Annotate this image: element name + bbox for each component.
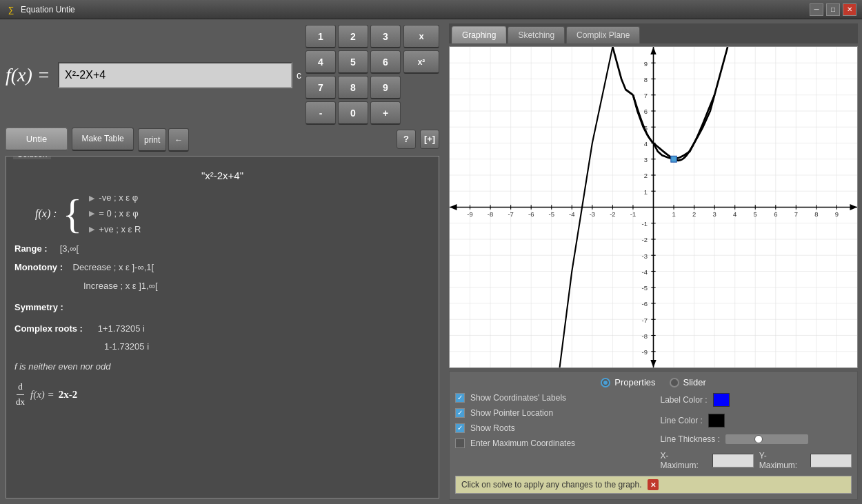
num-2-button[interactable]: 2 xyxy=(338,25,368,48)
num-4-button[interactable]: 4 xyxy=(305,50,336,74)
decrease-text: Decrease ; x ε ]-∞,1[ xyxy=(73,262,154,272)
svg-text:1: 1 xyxy=(672,210,675,218)
titlebar-title: Equation Untie xyxy=(21,5,810,14)
svg-rect-116 xyxy=(671,156,676,162)
svg-text:2: 2 xyxy=(692,210,696,218)
num-3-button[interactable]: 3 xyxy=(370,25,401,48)
complex-roots-label: Complex roots : xyxy=(14,323,83,334)
deriv-d: d xyxy=(17,380,24,395)
range-value: [3,∞[ xyxy=(60,243,79,254)
solution-box: Solution "x²-2x+4" f(x) : { ▶ -ve ; x ε … xyxy=(6,156,439,498)
props-left-col: Show Coordinates' Labels Show Pointer Lo… xyxy=(455,393,647,470)
complex-roots-line: Complex roots : 1+1.73205 i xyxy=(14,322,430,336)
tab-sketching[interactable]: Sketching xyxy=(508,26,565,43)
svg-text:-5: -5 xyxy=(549,210,554,218)
svg-text:8: 8 xyxy=(644,76,648,83)
svg-text:-6: -6 xyxy=(528,210,534,218)
maximize-button[interactable]: □ xyxy=(826,3,840,16)
properties-tab[interactable]: Properties xyxy=(601,377,655,387)
svg-text:-6: -6 xyxy=(642,300,648,308)
x-max-input[interactable] xyxy=(712,454,754,467)
y-max-label: Y-Maximum: xyxy=(759,451,805,470)
backspace-button[interactable]: ← xyxy=(168,128,189,152)
svg-text:-1: -1 xyxy=(642,220,648,228)
num-8-button[interactable]: 8 xyxy=(338,76,368,99)
svg-text:-9: -9 xyxy=(642,348,648,356)
num-9-button[interactable]: 9 xyxy=(370,76,401,99)
enter-max-coords-label: Enter Maximum Coordinates xyxy=(470,439,575,448)
slider-radio[interactable] xyxy=(670,378,679,387)
symmetry-line: Symmetry : xyxy=(14,301,430,315)
deriv-fx-label: f(x) = xyxy=(30,386,54,403)
svg-text:-4: -4 xyxy=(642,268,648,276)
minimize-button[interactable]: ─ xyxy=(810,3,823,16)
main-container: f(x) = c 1 2 3 4 5 6 7 8 9 - 0 + xyxy=(0,19,862,504)
x-squared-button[interactable]: x² xyxy=(403,50,439,74)
pos-row: ▶ +ve ; x ε R xyxy=(89,223,141,237)
monotony-label: Monotony : xyxy=(14,262,63,272)
c-label: c xyxy=(297,70,301,81)
untie-button[interactable]: Untie xyxy=(6,128,68,151)
num-1-button[interactable]: 1 xyxy=(305,25,336,48)
line-thickness-label: Line Thickness : xyxy=(661,434,721,444)
help-button[interactable]: ? xyxy=(397,130,416,149)
enter-max-coords-checkbox[interactable] xyxy=(455,439,465,448)
graph-container[interactable]: -9 -8 -7 -6 -5 -4 -3 -2 -1 1 2 3 4 5 6 7 xyxy=(449,46,858,368)
make-table-button[interactable]: Make Table xyxy=(72,128,134,151)
line-thickness-slider[interactable] xyxy=(725,434,808,444)
num-0-button[interactable]: 0 xyxy=(338,101,368,125)
svg-text:3: 3 xyxy=(644,156,648,163)
y-max-input[interactable] xyxy=(810,454,852,467)
deriv-result: 2x-2 xyxy=(59,386,78,403)
symmetry-label: Symmetry : xyxy=(14,302,63,312)
arrow-pos: ▶ xyxy=(89,223,94,236)
expand-button[interactable]: [+] xyxy=(420,130,439,149)
graph-svg: -9 -8 -7 -6 -5 -4 -3 -2 -1 1 2 3 4 5 6 7 xyxy=(450,47,857,367)
neg-ve-text: -ve ; x ε φ xyxy=(99,191,138,205)
line-color-swatch[interactable] xyxy=(708,414,725,427)
line-color-row: Line Color : xyxy=(661,414,852,427)
tab-complix-plane[interactable]: Complix Plane xyxy=(566,26,640,43)
max-coords-row: X-Maximum: Y-Maximum: xyxy=(661,451,852,470)
increase-text: Increase ; x ε ]1,∞[ xyxy=(83,281,158,291)
function-input[interactable] xyxy=(58,62,292,88)
deriv-fraction: d dx xyxy=(14,380,26,410)
props-right-col: Label Color : Line Color : Line Thicknes… xyxy=(661,393,852,470)
num-6-button[interactable]: 6 xyxy=(370,50,401,74)
show-pointer-row: Show Pointer Location xyxy=(455,408,647,418)
print-button[interactable]: print xyxy=(138,128,166,152)
svg-text:-1: -1 xyxy=(630,210,636,218)
root2-line: 1-1.73205 i xyxy=(104,340,430,354)
show-roots-checkbox[interactable] xyxy=(455,423,465,433)
show-pointer-checkbox[interactable] xyxy=(455,408,465,418)
plus-button[interactable]: + xyxy=(370,101,401,125)
num-5-button[interactable]: 5 xyxy=(338,50,368,74)
properties-radio[interactable] xyxy=(601,378,610,387)
solution-content: "x²-2x+4" f(x) : { ▶ -ve ; x ε φ ▶ = 0 ;… xyxy=(14,168,430,410)
tab-graphing[interactable]: Graphing xyxy=(452,26,506,43)
app-icon: ∑ xyxy=(6,4,17,15)
close-button[interactable]: ✕ xyxy=(843,3,856,16)
num-7-button[interactable]: 7 xyxy=(305,76,336,99)
window-controls: ─ □ ✕ xyxy=(810,3,856,16)
status-close-button[interactable]: ✕ xyxy=(648,479,659,490)
line-color-label: Line Color : xyxy=(661,416,703,425)
monotony-line: Monotony : Decrease ; x ε ]-∞,1[ xyxy=(14,261,430,275)
svg-text:3: 3 xyxy=(713,210,716,218)
neg-row: ▶ -ve ; x ε φ xyxy=(89,191,141,205)
bottom-row-buttons: print ← xyxy=(138,128,189,152)
x-button[interactable]: x xyxy=(403,25,439,48)
properties-panel: Properties Slider Show Coordinates' Labe… xyxy=(449,371,858,500)
svg-text:6: 6 xyxy=(644,108,648,115)
enter-max-coords-row: Enter Maximum Coordinates xyxy=(455,439,647,448)
zero-row: ▶ = 0 ; x ε φ xyxy=(89,207,141,221)
show-pointer-label: Show Pointer Location xyxy=(470,408,553,418)
solution-label: Solution xyxy=(13,156,51,159)
svg-text:-5: -5 xyxy=(642,284,648,292)
label-color-swatch[interactable] xyxy=(713,393,730,407)
minus-button[interactable]: - xyxy=(305,101,336,125)
properties-tab-label: Properties xyxy=(614,377,655,387)
svg-text:8: 8 xyxy=(814,210,818,218)
slider-tab[interactable]: Slider xyxy=(670,377,706,387)
show-coords-checkbox[interactable] xyxy=(455,393,465,403)
